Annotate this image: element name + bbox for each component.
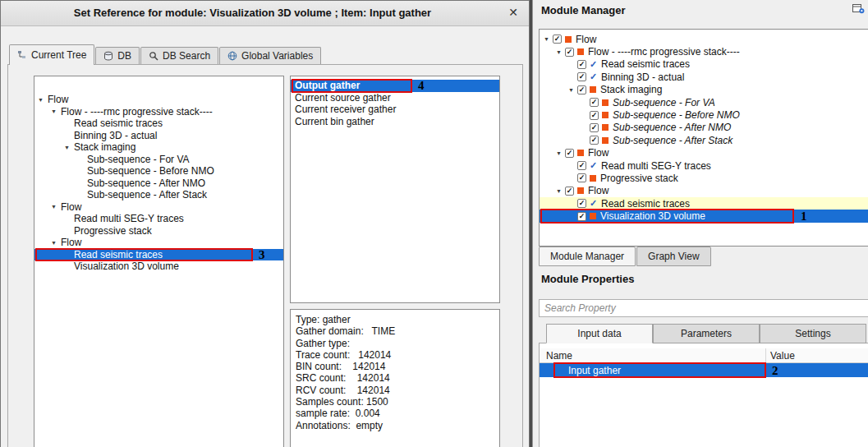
flow-tree-item[interactable]: Read seismic traces xyxy=(34,118,283,130)
module-tree-item[interactable]: ✓Sub-sequence - Before NMO xyxy=(540,108,868,121)
flow-tree-item[interactable]: ▼Flow - ----rmc progressive stack---- xyxy=(34,106,283,118)
module-check-icon: ✓ xyxy=(590,60,598,69)
flow-tree-item[interactable]: ▼Stack imaging xyxy=(34,141,283,154)
expander-icon[interactable]: ▼ xyxy=(50,108,61,114)
module-tree-item[interactable]: ▼✓Flow xyxy=(540,147,868,159)
flow-tree-item[interactable]: Sub-sequence - For VA xyxy=(34,154,283,166)
gather-detail-line: Gather domain: TIME xyxy=(296,325,494,337)
gather-list-item[interactable]: Output gather4 xyxy=(291,80,499,92)
module-manager-title: Module Manager xyxy=(541,4,626,16)
tab-db-search[interactable]: DB Search xyxy=(140,47,218,64)
module-tree-item[interactable]: ▼✓Flow xyxy=(540,33,868,45)
set-reference-dialog: Set Reference for module: Visualization … xyxy=(0,0,530,447)
checkbox[interactable]: ✓ xyxy=(565,149,574,158)
checkbox[interactable]: ✓ xyxy=(590,136,599,145)
flow-tree-item[interactable]: Sub-sequence - After NMO xyxy=(34,177,283,190)
close-icon[interactable]: ✕ xyxy=(508,6,518,19)
expander-icon[interactable]: ▼ xyxy=(543,36,553,42)
search-icon xyxy=(149,51,158,61)
flow-tree-item[interactable]: Read multi SEG-Y traces xyxy=(34,213,283,225)
module-manager-settings-icon[interactable] xyxy=(852,2,865,17)
column-header-value[interactable]: Value xyxy=(770,350,795,362)
module-tree-item-label: Flow xyxy=(588,147,609,159)
module-tree-item-label: Flow xyxy=(588,185,609,196)
tab-module-manager[interactable]: Module Manager xyxy=(539,247,636,266)
property-row[interactable]: Input gather2 xyxy=(540,363,868,377)
column-header-name[interactable]: Name xyxy=(546,350,572,362)
gather-list-item[interactable]: Current receiver gather xyxy=(291,104,499,116)
flow-tree-item-label: Sub-sequence - For VA xyxy=(87,154,190,165)
flow-tree-item[interactable]: ▼Flow xyxy=(34,237,283,249)
checkbox[interactable]: ✓ xyxy=(590,123,599,132)
gather-list-item-label: Current receiver gather xyxy=(295,104,396,115)
tab-db[interactable]: DB xyxy=(95,47,140,64)
checkbox[interactable]: ✓ xyxy=(590,98,599,107)
module-tree-item[interactable]: ✓Sub-sequence - For VA xyxy=(540,96,868,108)
tab-input-data[interactable]: Input data xyxy=(546,324,653,343)
gather-detail-line: Gather type: xyxy=(296,338,494,349)
checkbox[interactable]: ✓ xyxy=(577,199,586,208)
module-tree-item[interactable]: ✓Visualization 3D volume1 xyxy=(540,210,868,222)
module-properties-title: Module Properties xyxy=(541,273,634,285)
gather-details-panel: Type: gatherGather domain: TIMEGather ty… xyxy=(290,309,500,447)
tab-current-tree[interactable]: Current Tree xyxy=(9,44,94,65)
expander-icon[interactable]: ▼ xyxy=(37,97,48,103)
module-check-icon: ✓ xyxy=(590,72,598,81)
module-square-icon xyxy=(590,175,596,182)
checkbox[interactable]: ✓ xyxy=(565,187,574,196)
checkbox[interactable]: ✓ xyxy=(577,72,586,81)
gather-list-item[interactable]: Current source gather xyxy=(291,92,499,104)
expander-icon[interactable]: ▼ xyxy=(555,188,565,194)
tab-graph-view[interactable]: Graph View xyxy=(636,247,710,266)
tab-parameters[interactable]: Parameters xyxy=(653,324,760,343)
module-tree-item[interactable]: ✓✓Read seismic traces xyxy=(540,58,868,71)
flow-tree-item[interactable]: Read seismic traces3 xyxy=(34,249,283,261)
flow-tree-item[interactable]: Sub-sequence - Before NMO xyxy=(34,165,283,177)
search-property-input[interactable] xyxy=(539,299,868,317)
gather-detail-line: Samples count: 1500 xyxy=(296,396,494,408)
expander-icon[interactable]: ▼ xyxy=(50,204,61,210)
module-square-icon xyxy=(565,36,572,43)
module-tree-item[interactable]: ▼✓Flow xyxy=(540,185,868,197)
dialog-titlebar[interactable]: Set Reference for module: Visualization … xyxy=(1,1,529,26)
checkbox[interactable]: ✓ xyxy=(565,48,574,57)
expander-icon[interactable]: ▼ xyxy=(63,145,74,150)
flow-tree-item[interactable]: Progressive stack xyxy=(34,225,283,237)
tab-label: Global Variables xyxy=(241,50,313,62)
gather-list-item[interactable]: Current bin gather xyxy=(291,116,499,128)
checkbox[interactable]: ✓ xyxy=(577,212,586,221)
checkbox[interactable]: ✓ xyxy=(553,35,562,44)
module-square-icon xyxy=(602,112,609,118)
module-tree-item[interactable]: ✓Sub-sequence - After Stack xyxy=(540,134,868,146)
expander-icon[interactable]: ▼ xyxy=(50,240,61,246)
flow-tree-item[interactable]: ▼Flow xyxy=(34,94,283,106)
tab-global-variables[interactable]: Global Variables xyxy=(219,47,321,64)
module-tree-item[interactable]: ✓✓Binning 3D - actual xyxy=(540,71,868,83)
flow-tree-item-label: Stack imaging xyxy=(74,141,135,153)
checkbox[interactable]: ✓ xyxy=(577,60,586,69)
flow-tree-item[interactable]: Visualization 3D volume xyxy=(34,260,283,273)
expander-icon[interactable]: ▼ xyxy=(567,87,577,93)
module-tree-item[interactable]: ✓✓Read seismic traces xyxy=(540,197,868,210)
module-tree-item-label: Sub-sequence - After Stack xyxy=(613,135,733,146)
checkbox[interactable]: ✓ xyxy=(590,111,599,120)
module-tree-item[interactable]: ▼✓Flow - ----rmc progressive stack---- xyxy=(540,45,868,58)
gather-detail-line: Type: gather xyxy=(296,314,494,325)
tab-settings[interactable]: Settings xyxy=(760,324,866,343)
expander-icon[interactable]: ▼ xyxy=(555,150,565,156)
flow-tree-item[interactable]: Sub-sequence - After Stack xyxy=(34,189,283,201)
module-check-icon: ✓ xyxy=(590,199,598,208)
expander-icon[interactable]: ▼ xyxy=(555,49,565,55)
module-tree-item-label: Sub-sequence - For VA xyxy=(613,97,715,108)
flow-tree-item[interactable]: ▼Flow xyxy=(34,201,283,214)
checkbox[interactable]: ✓ xyxy=(577,85,586,94)
flow-tree-item[interactable]: Binning 3D - actual xyxy=(34,130,283,142)
checkbox[interactable]: ✓ xyxy=(577,161,586,170)
module-tree-item[interactable]: ✓✓Read multi SEG-Y traces xyxy=(540,159,868,172)
module-tree-item[interactable]: ✓Progressive stack xyxy=(540,172,868,184)
module-tree-item[interactable]: ✓Sub-sequence - After NMO xyxy=(540,122,868,134)
gather-list-item-label: Current source gather xyxy=(295,92,391,104)
flow-tree-item-label: Sub-sequence - After Stack xyxy=(87,189,207,200)
module-tree-item[interactable]: ▼✓Stack imaging xyxy=(540,84,868,96)
checkbox[interactable]: ✓ xyxy=(577,173,586,182)
